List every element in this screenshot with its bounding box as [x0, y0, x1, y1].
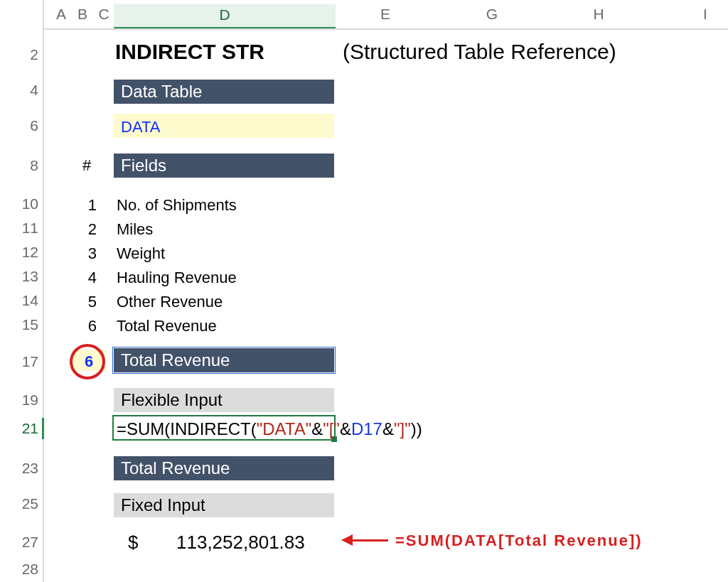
flexible-input-label: Flexible Input — [121, 390, 223, 409]
section-fields-label: Fields — [121, 156, 166, 175]
col-A[interactable]: A — [54, 6, 68, 23]
section-fields: Fields — [114, 153, 334, 178]
formula-ref: D17 — [351, 419, 382, 438]
row-23[interactable]: 23 — [0, 460, 44, 475]
formula-amp3: & — [382, 419, 394, 438]
field-num-2: 2 — [77, 220, 97, 239]
field-4: Hauling Revenue — [117, 269, 237, 287]
field-num-1: 1 — [77, 196, 97, 215]
formula-p2: INDIRECT( — [170, 419, 256, 438]
formula-p1: =SUM( — [117, 419, 170, 438]
result-currency: $ — [128, 532, 138, 554]
col-H[interactable]: H — [592, 6, 606, 23]
row-4[interactable]: 4 — [0, 82, 44, 97]
field-1: No. of Shipments — [117, 196, 237, 215]
section-data-table-label: Data Table — [121, 82, 202, 101]
row-14[interactable]: 14 — [0, 293, 44, 308]
row-28[interactable]: 28 — [0, 561, 44, 576]
row-12[interactable]: 12 — [0, 244, 44, 259]
total-revenue-label: Total Revenue — [121, 458, 230, 478]
row-21-active[interactable]: 21 — [0, 421, 44, 436]
row-13[interactable]: 13 — [0, 269, 44, 284]
total-revenue-band: Total Revenue — [114, 456, 334, 480]
row-11[interactable]: 11 — [0, 220, 44, 235]
field-6: Total Revenue — [117, 317, 217, 335]
row-25[interactable]: 25 — [0, 496, 44, 511]
row-27[interactable]: 27 — [0, 534, 44, 549]
formula-p4: "[" — [323, 419, 340, 438]
col-E[interactable]: E — [378, 6, 392, 23]
field-num-5: 5 — [77, 293, 97, 311]
row-10[interactable]: 10 — [0, 196, 44, 211]
selection-d17-blue — [112, 347, 336, 374]
formula-amp1: & — [311, 419, 323, 438]
row-8[interactable]: 8 — [0, 158, 44, 173]
row-6[interactable]: 6 — [0, 118, 44, 133]
formula-close-sum: ) — [417, 419, 422, 438]
row-15[interactable]: 15 — [0, 317, 44, 332]
field-num-6: 6 — [77, 317, 97, 335]
data-name-cell[interactable]: DATA — [121, 118, 160, 136]
row-active-indicator — [42, 418, 44, 439]
col-C[interactable]: C — [97, 6, 111, 23]
formula-amp2: & — [340, 419, 351, 438]
section-data-table: Data Table — [114, 80, 334, 104]
row-17[interactable]: 17 — [0, 354, 44, 369]
annotation-text: =SUM(DATA[Total Revenue]) — [395, 532, 643, 550]
col-B[interactable]: B — [75, 6, 90, 23]
field-3: Weight — [117, 244, 165, 263]
field-2: Miles — [117, 220, 153, 239]
formula-close-ind: ) — [411, 419, 417, 438]
fixed-input-label: Fixed Input — [121, 495, 205, 514]
formula-p3: "DATA" — [257, 419, 311, 438]
row-2[interactable]: 2 — [0, 47, 44, 62]
col-D-active[interactable]: D — [114, 4, 336, 28]
field-5: Other Revenue — [117, 293, 223, 311]
fixed-input-band: Fixed Input — [114, 493, 334, 517]
col-G[interactable]: G — [485, 6, 499, 23]
field-num-3: 3 — [77, 244, 97, 263]
row-19[interactable]: 19 — [0, 392, 44, 407]
result-value: 113,252,801.83 — [176, 532, 305, 554]
flexible-input-band: Flexible Input — [114, 388, 334, 412]
formula-p5: "]" — [394, 419, 411, 438]
formula-cell[interactable]: =SUM(INDIRECT("DATA"&"["&D17&"]")) — [117, 419, 422, 439]
field-num-4: 4 — [77, 269, 97, 287]
col-I[interactable]: I — [698, 6, 712, 23]
column-headers[interactable]: A B C D E G H I — [44, 0, 728, 30]
spreadsheet-canvas[interactable]: A B C D E G H I 2 4 6 8 10 11 12 13 14 1… — [0, 0, 728, 582]
column-header-border — [44, 28, 728, 30]
fields-num-header: # — [82, 156, 91, 175]
page-title-bold: INDIRECT STR — [115, 40, 264, 64]
red-circle-annotation — [70, 344, 105, 379]
page-title-regular: (Structured Table Reference) — [343, 40, 616, 64]
